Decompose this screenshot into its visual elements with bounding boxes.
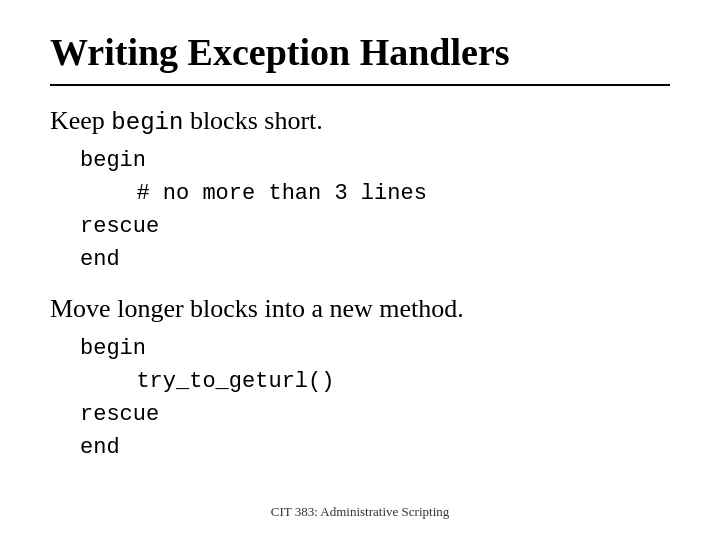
- code-line: try_to_geturl(): [110, 365, 670, 398]
- code-line: begin: [80, 144, 670, 177]
- prose-1-post: blocks short.: [183, 106, 322, 135]
- code-line: # no more than 3 lines: [110, 177, 670, 210]
- section-1: Keep begin blocks short. begin # no more…: [50, 106, 670, 276]
- section-2: Move longer blocks into a new method. be…: [50, 294, 670, 464]
- prose-1-code: begin: [111, 109, 183, 136]
- slide: Writing Exception Handlers Keep begin bl…: [0, 0, 720, 540]
- code-line: rescue: [80, 210, 670, 243]
- code-line: end: [80, 243, 670, 276]
- section-2-prose: Move longer blocks into a new method.: [50, 294, 670, 324]
- section-2-code: begin try_to_geturl() rescue end: [80, 332, 670, 464]
- section-1-code: begin # no more than 3 lines rescue end: [80, 144, 670, 276]
- slide-title: Writing Exception Handlers: [50, 30, 670, 86]
- code-line: end: [80, 431, 670, 464]
- prose-1-pre: Keep: [50, 106, 111, 135]
- code-line: begin: [80, 332, 670, 365]
- slide-footer: CIT 383: Administrative Scripting: [50, 494, 670, 520]
- section-1-prose: Keep begin blocks short.: [50, 106, 670, 136]
- code-line: rescue: [80, 398, 670, 431]
